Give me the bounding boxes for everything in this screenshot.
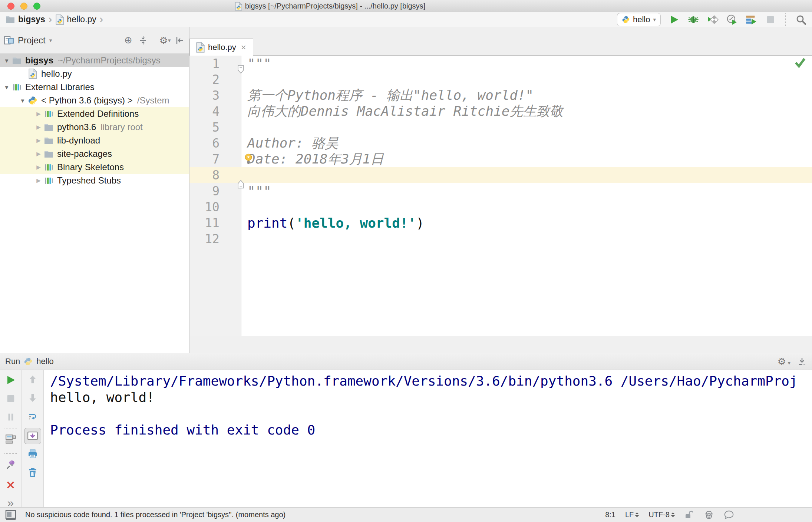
tab-hello-py[interactable]: hello.py × (189, 39, 253, 56)
soft-wrap-button[interactable] (27, 412, 38, 422)
run-panel-body: ✕ » /System/Library/Frameworks/Python.fr… (0, 370, 812, 507)
line-number: 1 (189, 56, 219, 71)
search-everywhere-button[interactable] (795, 14, 807, 26)
close-panel-button[interactable]: ✕ (6, 480, 15, 491)
hector-inspector-icon[interactable] (704, 510, 714, 520)
profiler-button[interactable] (726, 14, 738, 26)
library-icon (11, 83, 22, 92)
tree-item-label: Extended Definitions (57, 109, 139, 119)
stop-button[interactable] (765, 14, 776, 26)
tree-item-hint: library root (100, 122, 142, 132)
pin-tab-button[interactable] (6, 459, 16, 469)
restore-layout-button[interactable] (5, 434, 16, 445)
collapsed-arrow-icon[interactable]: ▶ (34, 124, 43, 130)
tree-item-label: python3.6 (57, 122, 96, 132)
run-configuration-label: hello (633, 15, 650, 24)
folder-icon (43, 136, 54, 145)
folder-icon (43, 150, 54, 158)
tree-item-site-packages[interactable]: ▶site-packages (0, 147, 189, 161)
toolwindow-toggle-icon[interactable] (5, 510, 16, 520)
collapsed-arrow-icon[interactable]: ▶ (34, 151, 43, 157)
main-area: Project ▾ ⊕ ⚙ ▾ ▼bigsys~/PycharmProjects… (0, 27, 812, 353)
tree-item-label: Binary Skeletons (57, 162, 124, 172)
scroll-to-end-button[interactable] (24, 428, 41, 444)
breadcrumb-file[interactable]: hello.py (67, 14, 96, 24)
python-file-icon (196, 42, 205, 53)
tab-label: hello.py (208, 43, 236, 52)
line-number: 11 (189, 216, 219, 230)
scroll-to-end-icon (27, 431, 38, 441)
python-file-icon (55, 14, 64, 25)
locate-file-button[interactable]: ⊕ (123, 35, 134, 46)
title-bar: bigsys [~/PycharmProjects/bigsys] - .../… (0, 0, 812, 12)
tree-item-label: External Libraries (25, 82, 95, 92)
editor-area: hello.py × 1"""23第一个Python程序 - 输出"hello,… (189, 27, 812, 353)
library-icon (43, 163, 54, 172)
console-output[interactable]: /System/Library/Frameworks/Python.framew… (44, 370, 812, 507)
expanded-arrow-icon[interactable]: ▼ (2, 84, 11, 90)
status-bar: No suspicious code found. 1 files proces… (0, 507, 812, 522)
close-tab-icon[interactable]: × (241, 42, 246, 53)
collapsed-arrow-icon[interactable]: ▶ (34, 137, 43, 144)
chevron-right-icon: › (99, 13, 103, 26)
code-text: 向伟大的Dennis MacAlistair Ritchie先生致敬 (247, 102, 563, 120)
panel-settings-button[interactable]: ⚙ ▾ (159, 35, 171, 46)
fold-marker-icon[interactable] (237, 65, 245, 76)
expanded-arrow-icon[interactable]: ▼ (18, 98, 27, 104)
project-panel-title[interactable]: Project (18, 35, 46, 46)
tree-item-python-3-6-bigsys[interactable]: ▼ < Python 3.6 (bigsys) >/System (0, 94, 189, 107)
intention-bulb-icon[interactable] (244, 153, 252, 166)
collapsed-arrow-icon[interactable]: ▶ (34, 164, 43, 171)
code-text: """ (247, 56, 271, 71)
hide-panel-button[interactable] (174, 35, 185, 46)
fold-marker-icon[interactable] (237, 179, 245, 191)
tree-item-hello-py[interactable]: hello.py (0, 67, 189, 80)
tree-item-bigsys[interactable]: ▼bigsys~/PycharmProjects/bigsys (0, 54, 189, 67)
chevron-down-icon[interactable]: ▾ (49, 37, 52, 44)
python-logo-icon (622, 16, 630, 24)
prev-occurrence-button[interactable] (27, 374, 37, 384)
tree-item-external-libraries[interactable]: ▼External Libraries (0, 80, 189, 94)
folder-icon (11, 56, 22, 65)
inspection-ok-icon[interactable] (794, 56, 806, 68)
tree-item-hint: ~/PycharmProjects/bigsys (58, 55, 161, 66)
code-text: 第一个Python程序 - 输出"hello, world!" (247, 86, 534, 105)
line-number: 10 (189, 200, 219, 214)
debug-button[interactable] (687, 14, 699, 26)
code-editor[interactable]: 1"""23第一个Python程序 - 输出"hello, world!"4向伟… (189, 56, 812, 336)
run-configuration-select[interactable]: hello ▾ (617, 13, 661, 26)
pause-output-button[interactable] (6, 412, 16, 422)
run-toolbar-right (22, 370, 44, 507)
python-logo-icon (27, 96, 38, 105)
concurrency-diagram-button[interactable] (745, 14, 757, 26)
run-button[interactable] (668, 14, 680, 26)
tree-item-lib-dynload[interactable]: ▶lib-dynload (0, 134, 189, 147)
line-number: 6 (189, 136, 219, 151)
run-panel-settings-button[interactable]: ⚙ ▾ (778, 357, 790, 366)
collapsed-arrow-icon[interactable]: ▶ (34, 177, 43, 184)
run-with-coverage-button[interactable] (707, 14, 719, 26)
event-log-bubble-icon[interactable] (724, 510, 734, 520)
tree-item-typeshed-stubs[interactable]: ▶Typeshed Stubs (0, 174, 189, 187)
collapsed-arrow-icon[interactable]: ▶ (34, 110, 43, 117)
tree-item-extended-definitions[interactable]: ▶Extended Definitions (0, 107, 189, 120)
hide-run-panel-button[interactable] (797, 357, 807, 366)
run-tool-window: Run hello ⚙ ▾ ✕ » (0, 353, 812, 507)
print-console-button[interactable] (27, 449, 38, 459)
unlock-icon[interactable] (684, 510, 694, 520)
project-tool-window: Project ▾ ⊕ ⚙ ▾ ▼bigsys~/PycharmProjects… (0, 27, 189, 353)
collapse-all-button[interactable] (138, 35, 149, 46)
encoding-widget[interactable]: UTF-8 (648, 511, 675, 519)
expanded-arrow-icon[interactable]: ▼ (2, 57, 11, 64)
line-separator-widget[interactable]: LF (625, 511, 639, 519)
tree-item-python3-6[interactable]: ▶python3.6library root (0, 120, 189, 134)
caret-position-widget[interactable]: 8:1 (605, 511, 615, 519)
console-line: Process finished with exit code 0 (50, 422, 812, 438)
breadcrumb-project[interactable]: bigsys (18, 14, 45, 24)
rerun-button[interactable] (6, 375, 16, 385)
stop-process-button[interactable] (6, 394, 16, 403)
clear-console-button[interactable] (27, 467, 38, 478)
next-occurrence-button[interactable] (27, 393, 37, 403)
gear-icon: ⚙ (159, 36, 168, 45)
tree-item-binary-skeletons[interactable]: ▶Binary Skeletons (0, 161, 189, 174)
